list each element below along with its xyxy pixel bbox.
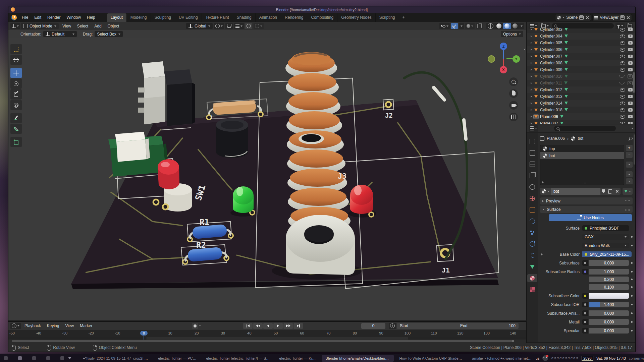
auto-keying-toggle[interactable] <box>192 323 201 329</box>
hide-in-viewport-toggle[interactable] <box>620 55 625 58</box>
tab-geometry-nodes[interactable]: Geometry Nodes <box>337 13 376 22</box>
menu-edit[interactable]: Edit <box>31 14 44 21</box>
prop-control[interactable] <box>582 292 629 299</box>
perspective-toggle-button[interactable] <box>509 113 518 121</box>
outliner-row[interactable]: Plane.006 <box>527 113 635 120</box>
decorator-dot[interactable] <box>631 304 633 305</box>
outliner-row[interactable]: Cylinder.012 <box>527 86 635 93</box>
taskbar-item[interactable]: electric_lighter — PCB Editor <box>154 355 201 362</box>
prop-control[interactable]: Principled BSDF <box>582 225 629 232</box>
window-titlebar[interactable]: Blender [/home/amalie/Desktop/blender/ci… <box>8 6 635 13</box>
scene-selector[interactable]: Scene <box>555 14 591 21</box>
hide-in-viewport-toggle[interactable] <box>620 68 625 72</box>
properties-tab-world[interactable] <box>527 194 537 202</box>
heatsink[interactable] <box>138 61 165 124</box>
gizmo-x-axis[interactable]: X <box>500 66 507 73</box>
prop-field-subsurface-ior[interactable]: 1.400 <box>589 302 629 307</box>
viewport-menu-select[interactable]: Select <box>74 22 91 30</box>
taskbar-item[interactable]: electric_lighter — KiCad 6.0 <box>275 355 320 362</box>
outliner-row[interactable]: Cylinder.007 <box>527 53 635 60</box>
prop-field-metall[interactable]: 0.000 <box>589 319 629 325</box>
tool-move[interactable] <box>10 68 22 78</box>
tool-measure[interactable] <box>10 124 22 134</box>
shading-material-preview-button[interactable] <box>503 23 511 29</box>
outliner-row[interactable]: Cylinder.010 <box>527 73 635 80</box>
properties-tab-view-layer[interactable] <box>527 172 537 180</box>
disclosure-icon[interactable] <box>531 28 532 31</box>
prop-field-surface[interactable]: Principled BSDF <box>582 225 629 231</box>
tool-transform[interactable] <box>10 100 22 110</box>
outliner-row[interactable]: Cylinder.004 <box>527 33 635 40</box>
material-slot[interactable]: top <box>540 145 624 152</box>
playhead[interactable]: 0 <box>140 331 148 336</box>
shading-rendered-button[interactable] <box>511 23 519 29</box>
disable-in-render-toggle[interactable] <box>628 88 633 92</box>
pager-workspace[interactable] <box>18 356 22 360</box>
proportional-editing-toggle[interactable] <box>245 23 252 29</box>
shading-dropdown[interactable] <box>519 23 524 29</box>
taskbar-item[interactable]: amalie ~ {chmod +x weird-internet-issues… <box>468 355 536 362</box>
hide-in-viewport-toggle[interactable] <box>620 41 625 45</box>
hide-in-viewport-toggle[interactable] <box>619 82 625 84</box>
decorator-dot[interactable] <box>631 312 633 314</box>
editor-type-dropdown[interactable] <box>10 23 20 29</box>
jump-to-start-button[interactable] <box>243 323 253 329</box>
pan-button[interactable] <box>509 89 518 98</box>
browse-material-dropdown[interactable] <box>540 188 551 195</box>
timeline-ruler[interactable]: -50-40-30-20-100102030405060708090100110… <box>8 330 526 337</box>
disable-in-render-toggle[interactable] <box>628 35 633 38</box>
properties-tab-particles[interactable] <box>527 229 537 237</box>
object-name[interactable]: Cylinder.010 <box>540 74 562 79</box>
led-red[interactable] <box>350 185 374 217</box>
overlays-toggle[interactable] <box>465 23 475 29</box>
timeline-menu-marker[interactable]: Marker <box>77 322 95 329</box>
shading-wireframe-button[interactable] <box>486 23 495 29</box>
tab-layout[interactable]: Layout <box>107 13 127 22</box>
mode-dropdown[interactable]: Object Mode <box>21 23 59 29</box>
object-name[interactable]: Cylinder.005 <box>540 41 562 45</box>
disclosure-icon[interactable] <box>531 82 532 84</box>
surface-panel-header[interactable]: Surface <box>540 206 633 213</box>
timeline-menu-keying[interactable]: Keying <box>44 322 62 329</box>
prop-field-ggx[interactable]: GGX <box>582 234 629 240</box>
transform-orientation-dropdown[interactable]: Global <box>186 23 213 29</box>
outliner-row[interactable]: Cylinder.005 <box>527 40 635 46</box>
capacitor[interactable] <box>216 118 248 158</box>
viewport-menu-add[interactable]: Add <box>91 22 104 30</box>
pager-workspace[interactable] <box>60 356 64 360</box>
object-name[interactable]: Plane.006 <box>540 114 558 119</box>
prop-field-subsurface[interactable]: 0.000 <box>589 260 629 266</box>
gizmo-neg-y-axis[interactable] <box>488 55 495 63</box>
view-layer-selector[interactable]: ViewLayer <box>592 14 632 21</box>
hide-in-viewport-toggle[interactable] <box>620 28 625 32</box>
move-slot-down-button[interactable] <box>626 178 633 184</box>
tray-counter[interactable]: 2896 <box>582 356 593 361</box>
disclosure-icon[interactable] <box>531 96 532 98</box>
prop-control[interactable]: Random Walk <box>582 242 629 249</box>
properties-tab-object-data[interactable] <box>527 263 537 271</box>
use-preview-range-button[interactable] <box>389 323 396 329</box>
prop-field-0-200[interactable]: 0.200 <box>589 277 629 282</box>
disable-in-render-toggle[interactable] <box>628 108 633 112</box>
outliner-row[interactable]: Cylinder.013 <box>527 93 635 100</box>
remove-view-layer-icon[interactable] <box>626 16 630 19</box>
prop-field-random-walk[interactable]: Random Walk <box>582 243 629 248</box>
timeline-menu-view[interactable]: View <box>62 322 77 329</box>
menu-render[interactable]: Render <box>44 14 63 21</box>
properties-tab-object[interactable] <box>527 206 537 214</box>
tab-texture-paint[interactable]: Texture Paint <box>202 13 233 22</box>
chevron-down-icon[interactable] <box>631 128 633 129</box>
properties-tab-output[interactable] <box>527 160 537 168</box>
move-slot-up-button[interactable] <box>626 171 633 177</box>
properties-tab-render[interactable] <box>527 149 537 157</box>
tab-rendering[interactable]: Rendering <box>281 13 307 22</box>
disclosure-icon[interactable] <box>531 49 532 51</box>
options-dropdown[interactable]: Options <box>501 31 523 37</box>
hide-in-viewport-toggle[interactable] <box>620 48 625 52</box>
disable-in-render-toggle[interactable] <box>628 102 633 105</box>
menu-help[interactable]: Help <box>84 14 98 21</box>
outliner-row[interactable]: Cylinder.008 <box>527 60 635 66</box>
object-name[interactable]: Cylinder.012 <box>540 87 562 92</box>
material-slot[interactable]: bot <box>540 152 624 159</box>
hide-in-viewport-toggle[interactable] <box>620 115 625 119</box>
